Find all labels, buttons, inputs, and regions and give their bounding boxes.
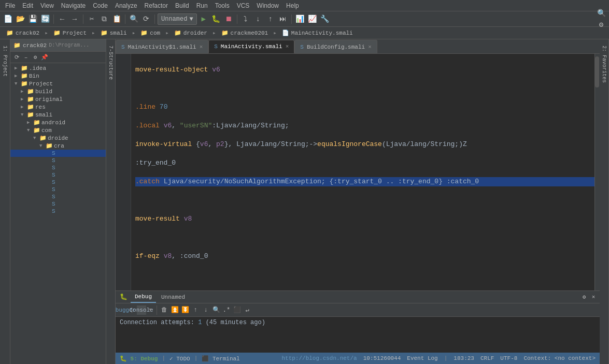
- menu-run[interactable]: Run: [193, 1, 211, 10]
- tree-item-file4[interactable]: S: [10, 171, 106, 179]
- console-scroll-bottom-btn[interactable]: ⏬: [180, 305, 190, 315]
- tree-item-file6[interactable]: S: [10, 186, 106, 193]
- step-over-btn[interactable]: ⤵: [240, 13, 251, 25]
- status-crlf[interactable]: CRLF: [480, 355, 494, 361]
- copy-btn[interactable]: ⧉: [98, 13, 110, 25]
- breadcrumb-crackme[interactable]: 📁 crackme0201: [217, 27, 273, 39]
- debug-btn[interactable]: 🐛: [210, 13, 222, 25]
- tree-item-file8[interactable]: S: [10, 200, 106, 208]
- project-panel-side[interactable]: 1: Project: [0, 39, 10, 364]
- panel-settings-btn[interactable]: ⚙: [31, 53, 39, 62]
- redo-btn[interactable]: →: [69, 13, 80, 25]
- breadcrumb-mainactivity[interactable]: 📄 MainActivity.smali: [278, 27, 357, 39]
- find-btn[interactable]: 🔍: [128, 13, 139, 25]
- undo-btn[interactable]: ←: [56, 13, 68, 25]
- console-filter-btn[interactable]: 🔍: [211, 305, 221, 315]
- menu-build[interactable]: Build: [172, 1, 192, 10]
- breadcrumb-droider[interactable]: 📁 droider: [170, 27, 211, 39]
- panel-settings-icon[interactable]: ⚙: [580, 293, 588, 301]
- paste-btn[interactable]: 📋: [111, 13, 122, 25]
- tab-close3[interactable]: ×: [368, 44, 372, 50]
- tree-item-file2[interactable]: S: [10, 157, 106, 164]
- tree-item-android[interactable]: ▶ 📁 android: [10, 119, 106, 126]
- menu-file[interactable]: File: [2, 1, 18, 10]
- console-clear-btn[interactable]: 🗑: [160, 305, 169, 315]
- menu-vcs[interactable]: VCS: [234, 1, 253, 10]
- panel-pin-btn[interactable]: 📌: [40, 53, 49, 62]
- terminal-label[interactable]: ⬛ Terminal: [202, 355, 239, 362]
- status-event-log[interactable]: Event Log: [407, 355, 437, 361]
- structure-panel-side[interactable]: 7-Structure: [106, 39, 116, 364]
- debug-status[interactable]: 🐛 5: Debug: [120, 355, 158, 362]
- tree-item-file7[interactable]: S: [10, 193, 106, 200]
- console-dropdown-arrow[interactable]: ▼: [149, 308, 152, 313]
- menu-refactor[interactable]: Refactor: [141, 1, 171, 10]
- code-content[interactable]: move-result-object v6 .line 70 .local v6…: [131, 54, 600, 290]
- tree-item-smali[interactable]: ▼ 📁 smali: [10, 111, 106, 119]
- tab-debug[interactable]: Debug: [131, 292, 156, 303]
- console-fold-btn[interactable]: ⬛: [232, 305, 242, 315]
- profile-btn[interactable]: 📈: [307, 13, 318, 25]
- tab-buildconfig[interactable]: S BuildConfig.smali ×: [294, 40, 377, 53]
- tree-item-project[interactable]: ▼ 📁 Project: [10, 80, 106, 88]
- cut-btn[interactable]: ✂: [86, 13, 97, 25]
- console-tab-debugger[interactable]: Debugger: [118, 305, 127, 315]
- run-btn[interactable]: ▶: [198, 13, 209, 25]
- breadcrumb-project[interactable]: 📁 Project: [49, 27, 91, 39]
- sync-btn[interactable]: 🔄: [39, 13, 51, 25]
- tab-unnamed[interactable]: Unnamed: [157, 292, 189, 303]
- console-regex-btn[interactable]: .*: [222, 305, 231, 315]
- console-tab-console[interactable]: Console: [137, 305, 146, 315]
- console-wrap-btn[interactable]: ↵: [243, 305, 252, 315]
- tree-item-original[interactable]: ▶ 📁 original: [10, 95, 106, 103]
- open-btn[interactable]: 📂: [15, 13, 26, 25]
- favorites-panel-side[interactable]: 2: Favorites: [600, 39, 609, 364]
- tree-item-file9[interactable]: S: [10, 208, 106, 215]
- console-prev-btn[interactable]: ↑: [191, 305, 200, 315]
- console-scroll-top-btn[interactable]: ⏫: [170, 305, 179, 315]
- step-out-btn[interactable]: ↑: [265, 13, 276, 25]
- menu-analyze[interactable]: Analyze: [112, 1, 140, 10]
- panel-hide-btn[interactable]: ×: [589, 293, 598, 301]
- scrollbar-right[interactable]: [594, 54, 600, 290]
- tree-item-build[interactable]: ▶ 📁 build: [10, 88, 106, 95]
- breadcrumb-crack02[interactable]: 📁 crack02: [2, 27, 44, 39]
- menu-code[interactable]: Code: [90, 1, 111, 10]
- stop-btn[interactable]: ⏹: [223, 13, 234, 25]
- step-into-btn[interactable]: ↓: [252, 13, 264, 25]
- tree-item-file5[interactable]: S: [10, 179, 106, 186]
- menu-view[interactable]: View: [37, 1, 57, 10]
- panel-collapse-btn[interactable]: –: [22, 53, 30, 62]
- search-everywhere-btn[interactable]: 🔍: [596, 8, 607, 19]
- coverage-btn[interactable]: 📊: [294, 13, 306, 25]
- replace-btn[interactable]: ⟳: [140, 13, 152, 25]
- tree-item-idea[interactable]: ▶ 📁 .idea: [10, 64, 106, 72]
- todo-label[interactable]: ✓ TODO: [169, 355, 190, 362]
- breadcrumb-smali[interactable]: 📁 smali: [96, 27, 131, 39]
- tab-close1[interactable]: ×: [200, 44, 203, 50]
- tree-item-res[interactable]: ▶ 📁 res: [10, 103, 106, 111]
- tree-item-droide[interactable]: ▼ 📁 droide: [10, 134, 106, 142]
- menu-edit[interactable]: Edit: [19, 1, 36, 10]
- save-btn[interactable]: 💾: [27, 13, 38, 25]
- resume-btn[interactable]: ⏭: [277, 13, 289, 25]
- menu-window[interactable]: Window: [253, 1, 282, 10]
- breadcrumb-com[interactable]: 📁 com: [136, 27, 164, 39]
- tree-item-file3[interactable]: S: [10, 164, 106, 171]
- tree-item-file1[interactable]: S: [10, 150, 106, 157]
- menu-tools[interactable]: Tools: [212, 1, 233, 10]
- code-editor[interactable]: move-result-object v6 .line 70 .local v6…: [116, 54, 600, 290]
- tab-mainactivity1[interactable]: S MainActivity$1.smali ×: [116, 40, 208, 53]
- tab-mainactivity[interactable]: S MainActivity.smali ×: [208, 40, 294, 53]
- tree-item-com[interactable]: ▼ 📁 com: [10, 126, 106, 134]
- new-file-btn[interactable]: 📄: [2, 13, 13, 25]
- tree-item-cra[interactable]: ▼ 📁 cra: [10, 142, 106, 150]
- tree-item-bin[interactable]: ▶ 📁 Bin: [10, 72, 106, 80]
- menu-navigate[interactable]: Navigate: [58, 1, 89, 10]
- tab-close2[interactable]: ×: [286, 43, 289, 50]
- sdk-btn[interactable]: 🔧: [319, 13, 331, 25]
- status-charset[interactable]: UTF-8: [500, 355, 517, 361]
- menu-help[interactable]: Help: [283, 1, 302, 10]
- console-next-btn[interactable]: ↓: [201, 305, 210, 315]
- run-config-dropdown[interactable]: Unnamed ▼: [158, 13, 197, 25]
